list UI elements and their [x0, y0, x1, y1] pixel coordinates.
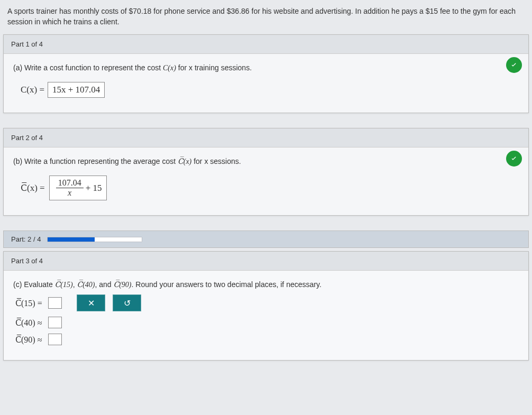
c15-input[interactable] [48, 297, 62, 309]
c40-row: C̅(40) ≈ [15, 317, 520, 328]
clear-button[interactable]: ✕ [77, 294, 105, 311]
part-1-prompt: (a) Write a cost function to represent t… [13, 63, 520, 72]
part-3-prompt: (c) Evaluate C̅(15), C̅(40), and C̅(90).… [13, 280, 520, 289]
part-2-fn: C̅(x) [178, 158, 191, 165]
c40-input[interactable] [48, 317, 62, 328]
part-1-prompt-pre: (a) Write a cost function to represent t… [13, 63, 163, 72]
c90-input[interactable] [48, 334, 62, 345]
part-1-header: Part 1 of 4 [4, 35, 528, 54]
problem-statement: A sports trainer has monthly costs of $7… [3, 4, 529, 34]
part-2-header-label: Part 2 of 4 [11, 134, 43, 142]
part-1-box: Part 1 of 4 (a) Write a cost function to… [3, 34, 529, 113]
part-2-prompt-pre: (b) Write a function representing the av… [13, 157, 178, 165]
part-3-e1: C̅(15) [55, 281, 73, 289]
c15-label: C̅(15) = [15, 298, 48, 308]
c90-label: C̅(90) ≈ [15, 335, 48, 345]
part-2-prompt-post: for x sessions. [191, 157, 241, 165]
fraction-numerator: 107.04 [56, 178, 84, 188]
part-2-prompt: (b) Write a function representing the av… [13, 157, 520, 166]
part-3-e3: C̅(90) [114, 281, 132, 289]
part-2-lhs: C̅(x) = [21, 182, 45, 193]
part-1-lhs: C(x) = [21, 85, 44, 95]
close-icon: ✕ [88, 298, 95, 308]
part-3-eand: , and [95, 280, 113, 289]
part-1-prompt-post: for x training sessions. [176, 63, 252, 72]
correct-check-icon [506, 57, 522, 73]
progress-fill [48, 237, 95, 242]
part-1-fn: C(x) [163, 64, 176, 72]
correct-check-icon [506, 151, 522, 167]
part-2-answer-tail: + 15 [86, 183, 102, 193]
undo-button[interactable]: ↺ [113, 294, 141, 311]
part-1-header-label: Part 1 of 4 [11, 40, 43, 48]
undo-icon: ↺ [124, 298, 131, 308]
fraction: 107.04 x [56, 178, 84, 198]
fraction-denominator: x [66, 188, 74, 198]
part-3-header-label: Part 3 of 4 [11, 257, 43, 265]
part-3-e2: C̅(40) [77, 281, 95, 289]
progress-row: Part: 2 / 4 [3, 230, 529, 248]
part-2-header: Part 2 of 4 [4, 128, 528, 147]
progress-bar [47, 237, 142, 242]
part-1-answer: 15x + 107.04 [52, 85, 100, 95]
c40-label: C̅(40) ≈ [15, 318, 48, 328]
part-2-box: Part 2 of 4 (b) Write a function represe… [3, 128, 529, 216]
part-3-prompt-post: . Round your answers to two decimal plac… [132, 280, 322, 289]
progress-label: Part: 2 / 4 [11, 235, 41, 243]
part-2-answer-box[interactable]: 107.04 x + 15 [49, 176, 107, 200]
c15-row: C̅(15) = ✕ ↺ [15, 294, 520, 311]
c90-row: C̅(90) ≈ [15, 334, 520, 345]
part-3-header: Part 3 of 4 [4, 252, 528, 271]
part-1-answer-box[interactable]: 15x + 107.04 [48, 82, 105, 98]
part-3-box: Part 3 of 4 (c) Evaluate C̅(15), C̅(40),… [3, 251, 529, 361]
part-3-prompt-pre: (c) Evaluate [13, 280, 55, 289]
